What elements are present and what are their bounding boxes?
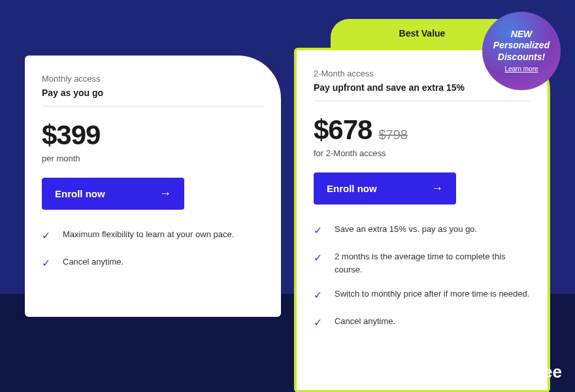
price-sub: per month <box>42 154 264 163</box>
enroll-button[interactable]: Enroll now → <box>314 172 456 204</box>
feature-item: ✓ Cancel anytime. <box>42 255 264 271</box>
brand-watermark: BitDegree <box>457 361 562 383</box>
checkmark-icon: ✓ <box>42 228 54 244</box>
checkmark-icon: ✓ <box>314 287 325 303</box>
feature-item: ✓ 2 months is the average time to comple… <box>314 250 531 276</box>
feature-text: Save an extra 15% vs. pay as you go. <box>335 223 477 238</box>
price-row: $399 <box>42 120 264 151</box>
checkmark-icon: ✓ <box>314 250 325 276</box>
price: $399 <box>42 120 100 151</box>
promo-badge[interactable]: NEW Personalized Discounts! Learn more <box>482 12 561 90</box>
promo-learn-more-link[interactable]: Learn more <box>504 65 538 74</box>
feature-text: Cancel anytime. <box>335 315 395 331</box>
plan-label: Monthly access <box>42 74 264 84</box>
promo-line: Personalized <box>493 40 550 52</box>
pricing-card-monthly: Monthly access Pay as you go $399 per mo… <box>25 56 281 317</box>
arrow-right-icon: → <box>159 187 171 201</box>
plan-subtitle: Pay upfront and save an extra 15% <box>314 82 531 101</box>
price-row: $678 $798 <box>314 114 531 146</box>
feature-item: ✓ Maximum flexibility to learn at your o… <box>42 228 264 244</box>
plan-subtitle: Pay as you go <box>42 88 264 106</box>
feature-item: ✓ Cancel anytime. <box>314 315 531 331</box>
price-sub: for 2-Month access <box>314 148 531 158</box>
feature-text: Cancel anytime. <box>63 255 123 271</box>
price: $678 <box>314 114 372 146</box>
enroll-button-label: Enroll now <box>55 188 105 199</box>
promo-line: NEW <box>511 29 533 41</box>
brand-logo-icon <box>457 361 476 383</box>
feature-item: ✓ Save an extra 15% vs. pay as you go. <box>314 223 531 238</box>
arrow-right-icon: → <box>431 182 443 195</box>
checkmark-icon: ✓ <box>314 223 325 238</box>
feature-text: 2 months is the average time to complete… <box>335 250 531 276</box>
pricing-card-upfront: Best Value 2-Month access Pay upfront an… <box>294 48 550 392</box>
feature-text: Switch to monthly price after if more ti… <box>335 287 529 303</box>
feature-item: ✓ Switch to monthly price after if more … <box>314 287 531 303</box>
feature-list: ✓ Save an extra 15% vs. pay as you go. ✓… <box>314 223 531 331</box>
enroll-button[interactable]: Enroll now → <box>42 178 184 210</box>
enroll-button-label: Enroll now <box>327 183 377 194</box>
feature-text: Maximum flexibility to learn at your own… <box>63 228 234 244</box>
promo-line: Discounts! <box>498 52 545 63</box>
price-original: $798 <box>378 127 408 142</box>
brand-name: BitDegree <box>482 362 562 382</box>
checkmark-icon: ✓ <box>314 315 325 331</box>
checkmark-icon: ✓ <box>42 255 54 271</box>
